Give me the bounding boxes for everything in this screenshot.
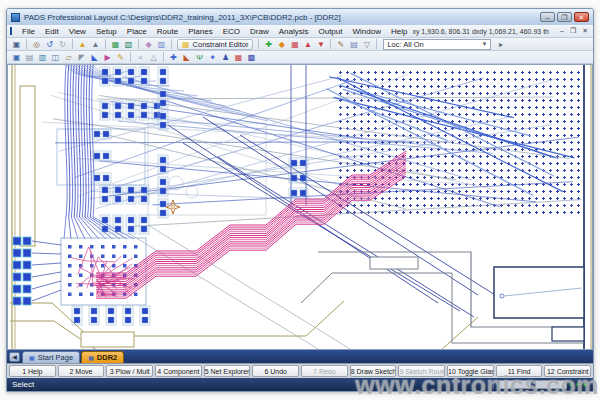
person-icon[interactable]: ♟ <box>220 52 232 63</box>
constraint-editor-button[interactable]: ▦Constraint Editor <box>177 39 253 50</box>
arrow-up-icon[interactable]: ▲ <box>302 39 314 50</box>
status-led-1 <box>569 382 574 387</box>
plow-icon[interactable]: ◣ <box>89 52 101 63</box>
redo-icon[interactable]: ↻ <box>57 39 69 50</box>
document-tabs: ▦Start Page▦DDR2 <box>22 351 125 363</box>
child-minimize-icon[interactable]: – <box>557 27 567 35</box>
status-panel-2 <box>535 380 567 389</box>
tab-start-page[interactable]: ▦Start Page <box>22 351 80 363</box>
pencil-icon[interactable]: ✎ <box>115 52 127 63</box>
draw-pencil-icon[interactable]: ✎ <box>335 39 347 50</box>
fkey-10[interactable]: 10 Toggle Glass <box>447 365 494 377</box>
toolbar-separator <box>130 52 131 62</box>
status-indicators <box>567 382 588 387</box>
pcb-artwork <box>8 65 593 350</box>
trace-icon[interactable]: ▶ <box>102 52 114 63</box>
board-copy-icon[interactable]: ▧ <box>123 39 135 50</box>
toolbar-separator <box>330 39 331 49</box>
window-icon[interactable]: ▣ <box>11 52 23 63</box>
save-icon[interactable]: ▣ <box>11 39 23 50</box>
fkey-4[interactable]: 4 Component <box>155 365 202 377</box>
drc-grid-icon[interactable]: ▦ <box>289 39 301 50</box>
more-options-icon[interactable]: ▸ <box>495 39 507 50</box>
toolbar-separator <box>376 39 377 49</box>
corner-mode-icon[interactable]: ◣ <box>181 52 193 63</box>
fkey-6[interactable]: 6 Undo <box>252 365 299 377</box>
tune-icon[interactable]: Ψ <box>194 52 206 63</box>
place-component-icon[interactable]: ▲ <box>77 39 89 50</box>
fkey-2[interactable]: 2 Move <box>58 365 105 377</box>
menu-route[interactable]: Route <box>152 27 183 36</box>
hazard-diamond-icon[interactable]: ◆ <box>276 39 288 50</box>
restore-button[interactable]: ❐ <box>557 12 572 22</box>
document-icon <box>10 27 12 35</box>
menu-place[interactable]: Place <box>122 27 152 36</box>
measure-icon[interactable]: ▱ <box>63 52 75 63</box>
tab-scroll-left-icon[interactable]: ◀ <box>9 352 20 362</box>
route-cross-icon[interactable]: ✚ <box>263 39 275 50</box>
fkey-7: 7 Redo <box>301 365 348 377</box>
desktop: PADS Professional Layout C:\Designs\DDR2… <box>0 0 600 400</box>
delete-icon[interactable]: × <box>135 52 147 63</box>
page-icon: ▦ <box>29 354 35 361</box>
paste-icon[interactable]: ▥ <box>37 52 49 63</box>
layers-icon[interactable]: ▤ <box>348 39 360 50</box>
fkey-12[interactable]: 12 Constraint <box>544 365 591 377</box>
display-scheme-dropdown[interactable]: Loc: All On▼ <box>383 39 491 50</box>
drc-window-icon[interactable]: ▦ <box>233 52 245 63</box>
coordinate-readout: xy 1,930.6, 806.31 dxdy 1,069.21, 460.93… <box>412 28 549 35</box>
menu-view[interactable]: View <box>64 27 91 36</box>
toolbar-edit: ▣▤▥◫▱◤◣▶✎×△✚◣Ψ✦♟▦▩ <box>7 51 593 64</box>
menu-planes[interactable]: Planes <box>183 27 217 36</box>
align-icon[interactable]: ▥ <box>156 39 168 50</box>
chip-icon[interactable]: ▩ <box>246 52 258 63</box>
tab-label: DDR2 <box>97 353 117 362</box>
minimize-button[interactable]: – <box>540 12 555 22</box>
status-panel-1 <box>499 380 531 389</box>
swap-parts-icon[interactable]: ▲ <box>90 39 102 50</box>
function-key-bar: 1 Help2 Move3 Plow / Mult4 Component5 Ne… <box>7 363 593 378</box>
tab-ddr2[interactable]: ▦DDR2 <box>81 351 124 363</box>
fkey-9: 9 Sketch Route <box>398 365 445 377</box>
menu-window[interactable]: Window <box>347 27 385 36</box>
toolbar-separator <box>105 39 106 49</box>
fkey-3[interactable]: 3 Plow / Mult <box>106 365 153 377</box>
menu-bar: FileEditViewSetupPlaceRoutePlanesECODraw… <box>7 25 593 38</box>
menu-file[interactable]: File <box>17 27 40 36</box>
board-view-icon[interactable]: ▦ <box>110 39 122 50</box>
menu-output[interactable]: Output <box>313 27 347 36</box>
pin-icon[interactable]: ◆ <box>143 39 155 50</box>
close-button[interactable]: ✕ <box>574 12 589 22</box>
menu-edit[interactable]: Edit <box>40 27 64 36</box>
rotate-icon[interactable]: △ <box>148 52 160 63</box>
fkey-11[interactable]: 11 Find <box>496 365 543 377</box>
fkey-1[interactable]: 1 Help <box>9 365 56 377</box>
search-icon[interactable]: ◎ <box>31 39 43 50</box>
properties-icon[interactable]: ◫ <box>50 52 62 63</box>
dropdown-value: Loc: All On <box>387 40 481 49</box>
filter-icon[interactable]: ▽ <box>361 39 373 50</box>
fkey-8[interactable]: 8 Draw Sketch <box>350 365 397 377</box>
pcb-design-canvas[interactable] <box>7 64 593 350</box>
via-icon[interactable]: ✦ <box>207 52 219 63</box>
arrow-down-icon[interactable]: ▼ <box>315 39 327 50</box>
menu-analysis[interactable]: Analysis <box>274 27 314 36</box>
copy-icon[interactable]: ▤ <box>24 52 36 63</box>
toolbar-separator <box>163 52 164 62</box>
child-close-icon[interactable]: ✕ <box>579 27 591 35</box>
title-bar[interactable]: PADS Professional Layout C:\Designs\DDR2… <box>7 9 593 25</box>
window-controls: –❐✕ <box>540 12 589 22</box>
menu-eco[interactable]: ECO <box>218 27 245 36</box>
fkey-5[interactable]: 5 Net Explorer <box>204 365 251 377</box>
toolbar-main: ▣◎↺↻▲▲▦▧◆▥▦Constraint Editor✚◆▦▲▼✎▤▽Loc:… <box>7 38 593 51</box>
status-led-3 <box>583 382 588 387</box>
menu-draw[interactable]: Draw <box>245 27 274 36</box>
menu-help[interactable]: Help <box>386 27 412 36</box>
route-mode-icon[interactable]: ✚ <box>168 52 180 63</box>
constraint-editor-icon: ▦ <box>182 40 190 49</box>
child-restore-icon[interactable]: ❐ <box>567 27 579 35</box>
undo-icon[interactable]: ↺ <box>44 39 56 50</box>
menu-setup[interactable]: Setup <box>91 27 122 36</box>
toolbar-separator <box>138 39 139 49</box>
select-corner-icon[interactable]: ◤ <box>76 52 88 63</box>
